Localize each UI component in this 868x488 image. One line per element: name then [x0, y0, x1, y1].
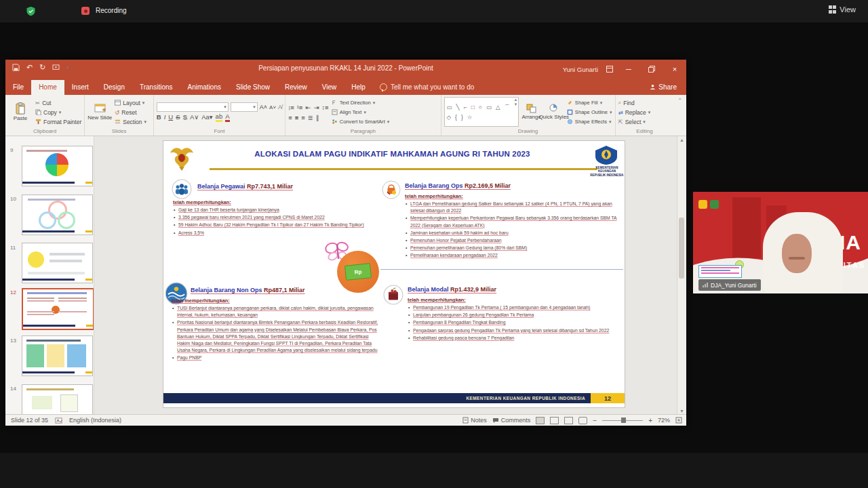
- shapes-gallery[interactable]: ▭╲⌐□○▭ △⌒◇{}☆ ▲▼: [444, 97, 519, 127]
- spellcheck-icon[interactable]: [55, 417, 62, 424]
- bullets-button[interactable]: ⁝≡: [288, 104, 294, 111]
- zoom-percentage[interactable]: 72%: [658, 417, 670, 424]
- find-button[interactable]: ⌕Find: [618, 99, 671, 107]
- thumbnail-slide-11[interactable]: [22, 243, 93, 283]
- tab-view[interactable]: View: [315, 80, 344, 95]
- tab-home[interactable]: Home: [31, 80, 64, 95]
- view-button[interactable]: View: [829, 5, 856, 14]
- format-painter-button[interactable]: Format Painter: [35, 118, 81, 126]
- tab-file[interactable]: File: [5, 80, 31, 95]
- slide-thumbnail-panel[interactable]: 9 10 11: [5, 136, 94, 415]
- normal-view-button[interactable]: [536, 417, 545, 424]
- slide-sorter-view-button[interactable]: [550, 417, 559, 424]
- language-indicator[interactable]: English (Indonesia): [69, 417, 121, 424]
- thumbnail-slide-13[interactable]: [22, 336, 93, 376]
- collapse-ribbon-icon[interactable]: ⌃: [673, 95, 686, 136]
- decrease-font-icon[interactable]: A˅: [269, 104, 276, 110]
- tab-help[interactable]: Help: [344, 80, 373, 95]
- tell-me-box[interactable]: Tell me what you want to do: [373, 80, 481, 95]
- tab-slide-show[interactable]: Slide Show: [229, 80, 277, 95]
- slide-canvas[interactable]: ALOKASI DALAM PAGU INDIKATIF MAHKAMAH AG…: [163, 140, 625, 408]
- zoom-out-button[interactable]: −: [593, 417, 597, 424]
- copy-button[interactable]: Copy▾: [35, 108, 81, 117]
- change-case-button[interactable]: Aa▾: [201, 113, 212, 121]
- minimize-button[interactable]: ─: [621, 65, 636, 73]
- italic-button[interactable]: I: [164, 113, 166, 121]
- justify-button[interactable]: ≣: [308, 114, 313, 121]
- comments-button[interactable]: Comments: [492, 417, 531, 424]
- fit-to-window-icon[interactable]: [675, 417, 682, 424]
- shape-fill-button[interactable]: Shape Fill▾: [567, 99, 612, 107]
- font-color-button[interactable]: A: [225, 113, 229, 122]
- select-button[interactable]: ⇱Select▾: [618, 118, 671, 126]
- account-name[interactable]: Yuni Gunarti: [563, 66, 598, 73]
- powerpoint-window: ↶ ↻ ▾ Persiapan penyusunan RKAKL 14 Juni…: [5, 60, 686, 426]
- restore-button[interactable]: [644, 66, 659, 73]
- select-label: Select: [625, 119, 642, 125]
- align-center-button[interactable]: ≡: [295, 114, 299, 121]
- zoom-slider[interactable]: [602, 420, 643, 421]
- zoom-slider-handle[interactable]: [621, 418, 626, 423]
- thumbnail-slide-14[interactable]: [22, 384, 93, 415]
- shape-outline-button[interactable]: Shape Outline▾: [567, 108, 612, 117]
- thumbnail-slide-12-selected[interactable]: [22, 288, 94, 330]
- convert-smartart-button[interactable]: Convert to SmartArt▾: [332, 118, 390, 126]
- paste-button[interactable]: Paste: [8, 97, 33, 127]
- ribbon-display-options-icon[interactable]: [606, 66, 613, 73]
- strikethrough-button[interactable]: S: [176, 113, 180, 121]
- increase-font-icon[interactable]: A˄: [260, 104, 267, 110]
- tab-review[interactable]: Review: [277, 80, 315, 95]
- columns-button[interactable]: ∥: [316, 114, 319, 121]
- text-shadow-button[interactable]: S: [183, 113, 187, 121]
- title-underline: [210, 168, 597, 170]
- font-name-combo[interactable]: ▾: [157, 102, 229, 112]
- align-left-button[interactable]: ≡: [288, 114, 292, 121]
- section-button[interactable]: Section▾: [115, 118, 146, 126]
- recording-indicator-icon[interactable]: [81, 7, 90, 15]
- underline-button[interactable]: U: [168, 113, 173, 121]
- tab-transitions[interactable]: Transitions: [132, 80, 180, 95]
- thumbnail-slide-10[interactable]: [22, 195, 93, 235]
- text-direction-button[interactable]: Text Direction▾: [332, 99, 390, 107]
- decrease-indent-button[interactable]: ⇤: [305, 104, 311, 111]
- align-text-button[interactable]: Align Text▾: [332, 108, 390, 117]
- slideshow-view-button[interactable]: [578, 417, 587, 424]
- participant-video-tile[interactable]: NA EGRITAS DJA_Yuni Gunarti: [693, 192, 868, 293]
- share-button[interactable]: Share: [640, 80, 686, 95]
- quick-styles-button[interactable]: Quick Styles: [544, 97, 564, 127]
- arrange-button[interactable]: Arrange: [521, 97, 540, 127]
- scroll-down-icon[interactable]: ▼: [677, 409, 686, 413]
- thumbnail-slide-9[interactable]: [22, 146, 93, 186]
- clear-formatting-icon[interactable]: A̸: [278, 104, 282, 110]
- layout-button[interactable]: Layout▾: [115, 99, 146, 107]
- highlight-color-button[interactable]: ab: [216, 113, 223, 122]
- scroll-up-icon[interactable]: ▲: [677, 136, 686, 142]
- increase-indent-button[interactable]: ⇥: [313, 104, 319, 111]
- shape-effects-button[interactable]: Shape Effects▾: [567, 118, 612, 126]
- font-size-combo[interactable]: ▾: [231, 102, 258, 112]
- vertical-scrollbar[interactable]: ▲ ▼: [677, 136, 686, 415]
- cut-button[interactable]: ✂Cut: [35, 99, 81, 107]
- scrollbar-thumb[interactable]: [679, 218, 684, 279]
- reset-button[interactable]: ↺Reset: [115, 108, 146, 117]
- thumb-number: 14: [10, 386, 16, 392]
- reading-view-button[interactable]: [564, 417, 573, 424]
- close-button[interactable]: ×: [667, 65, 682, 73]
- new-slide-button[interactable]: New Slide: [87, 97, 112, 127]
- notes-button[interactable]: Notes: [462, 417, 487, 424]
- tab-design[interactable]: Design: [96, 80, 132, 95]
- section-subheading: telah memperhitungkan:: [405, 193, 463, 199]
- line-spacing-button[interactable]: ↕≡: [321, 104, 328, 111]
- tab-animations[interactable]: Animations: [180, 80, 229, 95]
- shape-outline-icon: [567, 109, 573, 115]
- character-spacing-button[interactable]: A∨: [190, 113, 199, 121]
- bullet-item: Jaminan kesehatan untuk 59 hakim ad hoc …: [405, 230, 622, 237]
- bullet-item: Pemeliharaan kendaraan pengadaan 2022: [405, 252, 622, 259]
- align-right-button[interactable]: ≡: [301, 114, 305, 121]
- replace-button[interactable]: ⇄Replace▾: [618, 108, 671, 117]
- bold-button[interactable]: B: [157, 113, 161, 121]
- clipboard-group-label: Clipboard: [8, 127, 81, 136]
- numbering-button[interactable]: ¹≡: [297, 104, 303, 111]
- zoom-in-button[interactable]: +: [648, 417, 652, 424]
- tab-insert[interactable]: Insert: [64, 80, 96, 95]
